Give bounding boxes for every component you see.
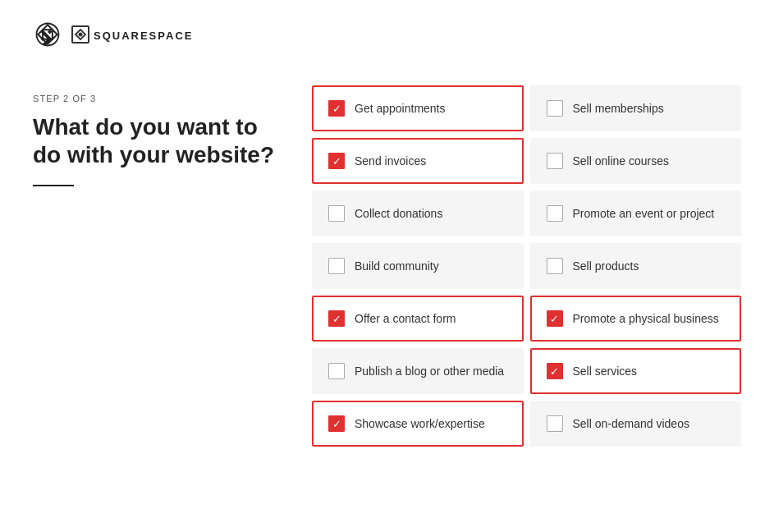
- option-label-sell-online-courses: Sell online courses: [573, 154, 670, 167]
- option-publish-blog[interactable]: Publish a blog or other media: [312, 348, 524, 394]
- option-send-invoices[interactable]: ✓Send invoices: [312, 138, 524, 184]
- checkbox-collect-donations: [328, 205, 345, 222]
- checkbox-publish-blog: [328, 363, 345, 379]
- divider: [33, 185, 74, 186]
- checkbox-sell-services: ✓: [547, 363, 563, 379]
- checkbox-offer-contact-form: ✓: [328, 310, 345, 327]
- option-sell-memberships[interactable]: Sell memberships: [530, 85, 742, 131]
- option-label-send-invoices: Send invoices: [355, 154, 426, 167]
- option-label-promote-event-or-project: Promote an event or project: [573, 207, 715, 220]
- option-label-collect-donations: Collect donations: [355, 207, 442, 220]
- option-showcase-work[interactable]: ✓Showcase work/expertise: [312, 401, 524, 447]
- options-grid: ✓Get appointmentsSell memberships✓Send i…: [312, 85, 741, 447]
- checkbox-sell-memberships: [547, 100, 563, 117]
- left-panel: STEP 2 OF 3 What do you want to do with …: [33, 85, 279, 447]
- option-sell-on-demand-videos[interactable]: Sell on-demand videos: [530, 401, 742, 447]
- header: SQUARESPACE: [0, 0, 774, 69]
- option-promote-physical-business[interactable]: ✓Promote a physical business: [530, 296, 742, 342]
- option-label-showcase-work: Showcase work/expertise: [355, 417, 485, 430]
- checkbox-build-community: [328, 258, 345, 274]
- checkbox-send-invoices: ✓: [328, 153, 345, 169]
- option-label-build-community: Build community: [355, 259, 439, 273]
- checkmark-icon: ✓: [332, 156, 341, 167]
- option-label-sell-on-demand-videos: Sell on-demand videos: [573, 417, 689, 430]
- option-sell-products[interactable]: Sell products: [530, 243, 742, 289]
- option-label-offer-contact-form: Offer a contact form: [355, 312, 456, 325]
- squarespace-logo-icon: [33, 20, 62, 49]
- option-label-sell-services: Sell services: [573, 365, 638, 378]
- checkbox-promote-event-or-project: [547, 205, 563, 222]
- checkmark-icon: ✓: [332, 103, 341, 114]
- svg-point-2: [79, 33, 83, 37]
- option-sell-services[interactable]: ✓Sell services: [530, 348, 742, 394]
- option-sell-online-courses[interactable]: Sell online courses: [530, 138, 742, 184]
- option-label-promote-physical-business: Promote a physical business: [573, 312, 719, 325]
- main-content: STEP 2 OF 3 What do you want to do with …: [0, 69, 774, 479]
- checkbox-showcase-work: ✓: [328, 415, 345, 432]
- checkbox-promote-physical-business: ✓: [547, 310, 563, 327]
- checkmark-icon: ✓: [332, 419, 341, 429]
- squarespace-logo-full-icon: SQUARESPACE: [71, 23, 218, 46]
- checkbox-sell-products: [547, 258, 563, 274]
- step-label: STEP 2 OF 3: [33, 94, 279, 103]
- checkmark-icon: ✓: [332, 314, 341, 324]
- option-collect-donations[interactable]: Collect donations: [312, 190, 524, 236]
- option-label-publish-blog: Publish a blog or other media: [355, 365, 504, 378]
- checkmark-icon: ✓: [550, 314, 559, 324]
- checkbox-sell-on-demand-videos: [547, 415, 563, 432]
- option-promote-event-or-project[interactable]: Promote an event or project: [530, 190, 742, 236]
- option-label-get-appointments: Get appointments: [355, 102, 446, 115]
- page-title: What do you want to do with your website…: [33, 113, 279, 168]
- option-get-appointments[interactable]: ✓Get appointments: [312, 85, 524, 131]
- checkbox-sell-online-courses: [547, 153, 563, 169]
- option-label-sell-products: Sell products: [573, 259, 639, 273]
- option-build-community[interactable]: Build community: [312, 243, 524, 289]
- option-offer-contact-form[interactable]: ✓Offer a contact form: [312, 296, 524, 342]
- svg-text:SQUARESPACE: SQUARESPACE: [94, 30, 193, 42]
- options-grid-panel: ✓Get appointmentsSell memberships✓Send i…: [312, 85, 741, 447]
- checkmark-icon: ✓: [550, 366, 559, 377]
- checkbox-get-appointments: ✓: [328, 100, 345, 117]
- option-label-sell-memberships: Sell memberships: [573, 102, 664, 115]
